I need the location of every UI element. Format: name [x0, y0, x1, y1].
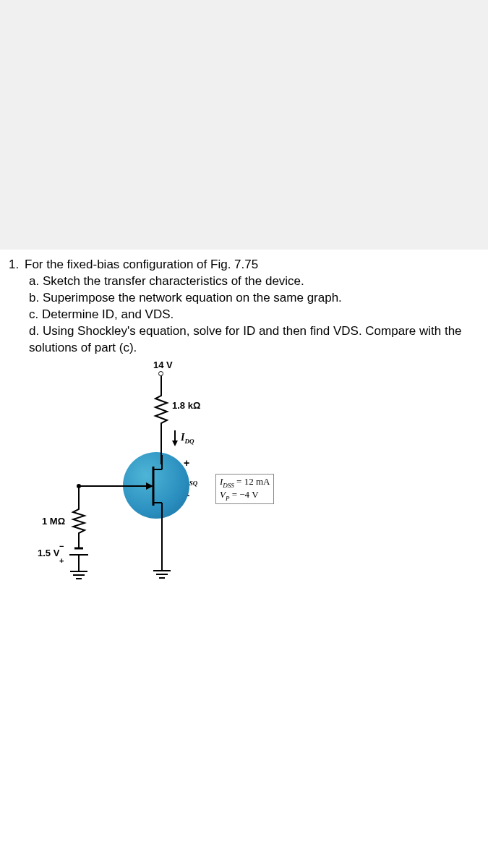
- wire-gate-down: [78, 486, 80, 508]
- question-part-b: b. Superimpose the network equation on t…: [29, 290, 479, 307]
- question-stem-text: For the fixed-bias configuration of Fig.…: [25, 258, 258, 271]
- ground-source-icon: [152, 568, 172, 581]
- vgg-value: 1.5 V: [38, 548, 59, 558]
- question-part-c: c. Determine ID, and VDS.: [29, 307, 479, 323]
- wire-gate-horizontal: [78, 485, 132, 487]
- document-content: 1.For the fixed-bias configuration of Fi…: [0, 250, 488, 868]
- vgg-plus: +: [59, 556, 64, 565]
- wire-source-to-ground: [161, 510, 163, 568]
- idss-row: IDSS = 12 mA: [220, 476, 270, 489]
- battery-vgg-icon: [65, 546, 93, 562]
- vp-row: VP = −4 V: [220, 489, 270, 502]
- resistor-rd: [153, 393, 169, 425]
- wire-rg-to-batt: [78, 536, 80, 546]
- idq-sub: DQ: [184, 437, 194, 444]
- question-part-a: a. Sketch the transfer characteristics o…: [29, 273, 479, 290]
- wire-batt-to-ground: [78, 562, 80, 569]
- vgg-minus: −: [59, 542, 64, 550]
- idss-sub: DSS: [223, 481, 234, 488]
- svg-marker-1: [172, 441, 178, 446]
- gate-node: [77, 484, 81, 488]
- idq-arrow-icon: [171, 430, 179, 446]
- vdd-terminal: [158, 371, 163, 376]
- rd-value: 1.8 kΩ: [172, 400, 200, 411]
- wire-drain-stub: [161, 455, 163, 462]
- question-block: 1.For the fixed-bias configuration of Fi…: [9, 257, 479, 357]
- ground-gate-icon: [69, 569, 89, 582]
- jfet-symbol-icon: [130, 461, 188, 511]
- question-stem: 1.For the fixed-bias configuration of Fi…: [9, 257, 479, 273]
- question-number: 1.: [9, 257, 25, 273]
- rg-value: 1 MΩ: [42, 516, 65, 527]
- vp-value: = −4 V: [229, 489, 258, 500]
- wire-vdd-to-rd: [160, 374, 162, 394]
- jfet-params-box: IDSS = 12 mA VP = −4 V: [215, 474, 274, 505]
- idq-label: IDQ: [181, 432, 194, 445]
- vdd-label: 14 V: [153, 359, 173, 370]
- resistor-rg: [71, 507, 87, 536]
- vp-letter: V: [220, 489, 226, 500]
- idss-value: = 12 mA: [234, 476, 270, 487]
- circuit-figure: 14 V 1.8 kΩ IDQ: [29, 359, 347, 605]
- top-blank-area: [0, 0, 488, 250]
- question-part-d: d. Using Shockley's equation, solve for …: [29, 323, 479, 357]
